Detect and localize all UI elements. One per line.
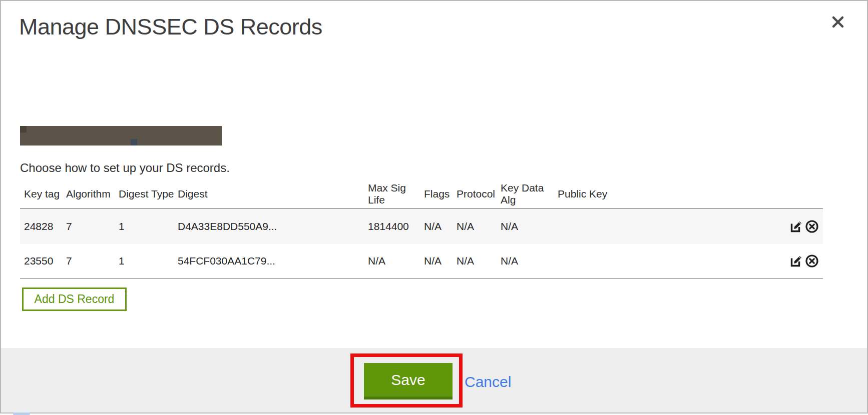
cell-key-tag: 23550 <box>20 255 66 267</box>
add-ds-record-button[interactable]: Add DS Record <box>22 288 127 311</box>
col-header-algorithm: Algorithm <box>66 188 119 200</box>
edit-icon[interactable] <box>789 254 803 268</box>
col-header-digest-type: Digest Type <box>119 188 178 200</box>
col-header-digest: Digest <box>178 188 368 200</box>
save-button[interactable]: Save <box>364 363 453 400</box>
cell-algorithm: 7 <box>66 255 119 267</box>
close-icon[interactable] <box>831 15 845 29</box>
table-row: 24828 7 1 D4A33E8DD550A9... 1814400 N/A … <box>20 209 823 244</box>
col-header-key-data-alg: Key Data Alg <box>501 182 558 206</box>
edit-icon[interactable] <box>789 220 803 234</box>
cell-flags: N/A <box>424 220 457 232</box>
ds-records-table: Key tag Algorithm Digest Type Digest Max… <box>20 180 823 279</box>
cell-key-tag: 24828 <box>20 220 66 232</box>
dialog-title: Manage DNSSEC DS Records <box>19 14 322 40</box>
cell-digest-type: 1 <box>119 220 178 232</box>
cell-digest: D4A33E8DD550A9... <box>178 220 368 232</box>
cell-algorithm: 7 <box>66 220 119 232</box>
cell-max-sig-life: N/A <box>368 255 424 267</box>
redacted-domain-name <box>20 126 222 146</box>
table-row: 23550 7 1 54FCF030AA1C79... N/A N/A N/A … <box>20 244 823 279</box>
table-header-row: Key tag Algorithm Digest Type Digest Max… <box>20 180 823 209</box>
row-actions <box>783 254 823 268</box>
cancel-link[interactable]: Cancel <box>465 374 511 390</box>
col-header-protocol: Protocol <box>457 188 501 200</box>
delete-icon[interactable] <box>805 254 819 268</box>
col-header-key-tag: Key tag <box>20 188 66 200</box>
cell-digest-type: 1 <box>119 255 178 267</box>
delete-icon[interactable] <box>805 220 819 234</box>
col-header-public-key: Public Key <box>558 188 783 200</box>
cell-key-data-alg: N/A <box>501 220 558 232</box>
cell-protocol: N/A <box>457 255 501 267</box>
manage-dnssec-dialog: Manage DNSSEC DS Records Choose how to s… <box>0 0 868 414</box>
col-header-max-sig-life: Max Sig Life <box>368 182 424 206</box>
background-page-artifact <box>13 412 30 415</box>
row-actions <box>783 220 823 234</box>
col-header-flags: Flags <box>424 188 457 200</box>
cell-key-data-alg: N/A <box>501 255 558 267</box>
cell-digest: 54FCF030AA1C79... <box>178 255 368 267</box>
cell-flags: N/A <box>424 255 457 267</box>
cell-max-sig-life: 1814400 <box>368 220 424 232</box>
cell-protocol: N/A <box>457 220 501 232</box>
instruction-text: Choose how to set up your DS records. <box>20 161 230 175</box>
